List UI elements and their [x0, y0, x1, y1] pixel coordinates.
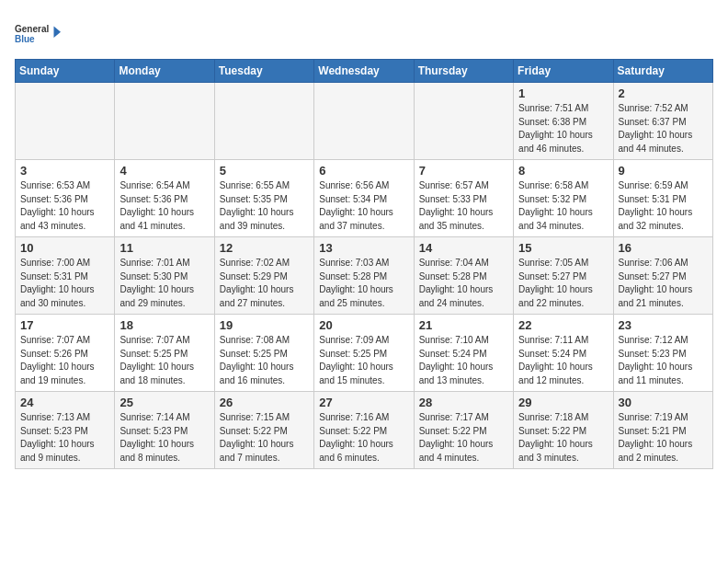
day-info: Sunrise: 7:14 AM Sunset: 5:23 PM Dayligh…: [119, 411, 209, 465]
day-number: 16: [619, 241, 708, 255]
day-info: Sunrise: 6:54 AM Sunset: 5:36 PM Dayligh…: [119, 179, 209, 233]
day-number: 14: [419, 241, 508, 255]
calendar-cell: 6Sunrise: 6:56 AM Sunset: 5:34 PM Daylig…: [314, 160, 414, 237]
calendar-cell: 28Sunrise: 7:17 AM Sunset: 5:22 PM Dayli…: [414, 392, 513, 469]
calendar-cell: 20Sunrise: 7:09 AM Sunset: 5:25 PM Dayli…: [314, 315, 414, 392]
day-number: 28: [419, 396, 508, 409]
calendar-week-row: 24Sunrise: 7:13 AM Sunset: 5:23 PM Dayli…: [16, 392, 713, 469]
day-number: 2: [619, 86, 708, 100]
day-number: 23: [619, 318, 708, 332]
calendar-cell: 8Sunrise: 6:58 AM Sunset: 5:32 PM Daylig…: [514, 160, 613, 237]
calendar-cell: 27Sunrise: 7:16 AM Sunset: 5:22 PM Dayli…: [314, 392, 414, 469]
calendar-cell: 22Sunrise: 7:11 AM Sunset: 5:24 PM Dayli…: [514, 315, 613, 392]
calendar-cell: 15Sunrise: 7:05 AM Sunset: 5:27 PM Dayli…: [514, 237, 613, 315]
day-number: 1: [518, 86, 608, 100]
day-info: Sunrise: 7:10 AM Sunset: 5:24 PM Dayligh…: [419, 334, 508, 387]
svg-text:Blue: Blue: [15, 34, 35, 44]
weekday-header: Tuesday: [214, 60, 313, 83]
day-info: Sunrise: 7:00 AM Sunset: 5:31 PM Dayligh…: [20, 257, 109, 310]
calendar-cell: 9Sunrise: 6:59 AM Sunset: 5:31 PM Daylig…: [613, 160, 712, 237]
calendar-table: SundayMondayTuesdayWednesdayThursdayFrid…: [15, 59, 713, 469]
day-info: Sunrise: 6:55 AM Sunset: 5:35 PM Dayligh…: [220, 179, 309, 233]
day-info: Sunrise: 7:05 AM Sunset: 5:27 PM Dayligh…: [518, 257, 608, 310]
calendar-week-row: 3Sunrise: 6:53 AM Sunset: 5:36 PM Daylig…: [16, 160, 713, 237]
calendar-cell: 29Sunrise: 7:18 AM Sunset: 5:22 PM Dayli…: [514, 392, 613, 469]
day-number: 20: [319, 318, 408, 332]
day-number: 6: [319, 164, 408, 178]
calendar-week-row: 10Sunrise: 7:00 AM Sunset: 5:31 PM Dayli…: [16, 237, 713, 315]
calendar-cell: [214, 83, 313, 160]
day-number: 25: [119, 396, 209, 409]
day-info: Sunrise: 7:15 AM Sunset: 5:22 PM Dayligh…: [220, 411, 309, 465]
page-header: General Blue: [15, 15, 713, 52]
day-info: Sunrise: 7:06 AM Sunset: 5:27 PM Dayligh…: [619, 257, 708, 310]
day-number: 11: [119, 241, 209, 255]
weekday-header: Monday: [115, 60, 214, 83]
calendar-cell: 23Sunrise: 7:12 AM Sunset: 5:23 PM Dayli…: [613, 315, 712, 392]
day-number: 8: [518, 164, 608, 178]
day-number: 26: [220, 396, 309, 409]
day-number: 30: [619, 396, 708, 409]
day-info: Sunrise: 7:18 AM Sunset: 5:22 PM Dayligh…: [518, 411, 608, 465]
calendar-cell: 19Sunrise: 7:08 AM Sunset: 5:25 PM Dayli…: [214, 315, 313, 392]
calendar-cell: 25Sunrise: 7:14 AM Sunset: 5:23 PM Dayli…: [115, 392, 214, 469]
calendar-cell: 2Sunrise: 7:52 AM Sunset: 6:37 PM Daylig…: [613, 83, 712, 160]
day-info: Sunrise: 7:13 AM Sunset: 5:23 PM Dayligh…: [20, 411, 109, 465]
calendar-cell: 16Sunrise: 7:06 AM Sunset: 5:27 PM Dayli…: [613, 237, 712, 315]
day-info: Sunrise: 7:04 AM Sunset: 5:28 PM Dayligh…: [419, 257, 508, 310]
day-number: 12: [220, 241, 309, 255]
day-info: Sunrise: 7:01 AM Sunset: 5:30 PM Dayligh…: [119, 257, 209, 310]
day-info: Sunrise: 7:19 AM Sunset: 5:21 PM Dayligh…: [619, 411, 708, 465]
day-info: Sunrise: 6:59 AM Sunset: 5:31 PM Dayligh…: [619, 179, 708, 233]
calendar-cell: 11Sunrise: 7:01 AM Sunset: 5:30 PM Dayli…: [115, 237, 214, 315]
calendar-cell: 14Sunrise: 7:04 AM Sunset: 5:28 PM Dayli…: [414, 237, 513, 315]
day-info: Sunrise: 6:53 AM Sunset: 5:36 PM Dayligh…: [20, 179, 109, 233]
day-number: 17: [20, 318, 109, 332]
day-info: Sunrise: 7:12 AM Sunset: 5:23 PM Dayligh…: [619, 334, 708, 387]
weekday-header-row: SundayMondayTuesdayWednesdayThursdayFrid…: [16, 60, 713, 83]
day-info: Sunrise: 7:51 AM Sunset: 6:38 PM Dayligh…: [518, 102, 608, 155]
calendar-cell: 5Sunrise: 6:55 AM Sunset: 5:35 PM Daylig…: [214, 160, 313, 237]
svg-marker-2: [54, 27, 62, 39]
svg-text:General: General: [15, 24, 49, 34]
day-number: 10: [20, 241, 109, 255]
day-info: Sunrise: 6:56 AM Sunset: 5:34 PM Dayligh…: [319, 179, 408, 233]
calendar-week-row: 1Sunrise: 7:51 AM Sunset: 6:38 PM Daylig…: [16, 83, 713, 160]
calendar-header: SundayMondayTuesdayWednesdayThursdayFrid…: [16, 60, 713, 83]
day-number: 22: [518, 318, 608, 332]
weekday-header: Saturday: [613, 60, 712, 83]
day-info: Sunrise: 7:17 AM Sunset: 5:22 PM Dayligh…: [419, 411, 508, 465]
day-info: Sunrise: 7:02 AM Sunset: 5:29 PM Dayligh…: [220, 257, 309, 310]
calendar-cell: 13Sunrise: 7:03 AM Sunset: 5:28 PM Dayli…: [314, 237, 414, 315]
calendar-cell: 10Sunrise: 7:00 AM Sunset: 5:31 PM Dayli…: [16, 237, 115, 315]
calendar-body: 1Sunrise: 7:51 AM Sunset: 6:38 PM Daylig…: [16, 83, 713, 469]
calendar-cell: 21Sunrise: 7:10 AM Sunset: 5:24 PM Dayli…: [414, 315, 513, 392]
weekday-header: Wednesday: [314, 60, 414, 83]
calendar-cell: 18Sunrise: 7:07 AM Sunset: 5:25 PM Dayli…: [115, 315, 214, 392]
day-number: 24: [20, 396, 109, 409]
day-info: Sunrise: 7:03 AM Sunset: 5:28 PM Dayligh…: [319, 257, 408, 310]
weekday-header: Thursday: [414, 60, 513, 83]
calendar-cell: 7Sunrise: 6:57 AM Sunset: 5:33 PM Daylig…: [414, 160, 513, 237]
day-number: 19: [220, 318, 309, 332]
day-info: Sunrise: 6:58 AM Sunset: 5:32 PM Dayligh…: [518, 179, 608, 233]
calendar-cell: 24Sunrise: 7:13 AM Sunset: 5:23 PM Dayli…: [16, 392, 115, 469]
calendar-cell: 26Sunrise: 7:15 AM Sunset: 5:22 PM Dayli…: [214, 392, 313, 469]
calendar-cell: 1Sunrise: 7:51 AM Sunset: 6:38 PM Daylig…: [514, 83, 613, 160]
calendar-cell: 3Sunrise: 6:53 AM Sunset: 5:36 PM Daylig…: [16, 160, 115, 237]
calendar-cell: [314, 83, 414, 160]
calendar-cell: 4Sunrise: 6:54 AM Sunset: 5:36 PM Daylig…: [115, 160, 214, 237]
weekday-header: Friday: [514, 60, 613, 83]
calendar-cell: [115, 83, 214, 160]
day-info: Sunrise: 7:07 AM Sunset: 5:25 PM Dayligh…: [119, 334, 209, 387]
day-number: 18: [119, 318, 209, 332]
day-number: 3: [20, 164, 109, 178]
day-info: Sunrise: 7:09 AM Sunset: 5:25 PM Dayligh…: [319, 334, 408, 387]
day-number: 9: [619, 164, 708, 178]
calendar-cell: [16, 83, 115, 160]
calendar-cell: 30Sunrise: 7:19 AM Sunset: 5:21 PM Dayli…: [613, 392, 712, 469]
day-number: 4: [119, 164, 209, 178]
logo-svg: General Blue: [15, 15, 61, 52]
calendar-cell: [414, 83, 513, 160]
logo: General Blue: [15, 15, 61, 52]
